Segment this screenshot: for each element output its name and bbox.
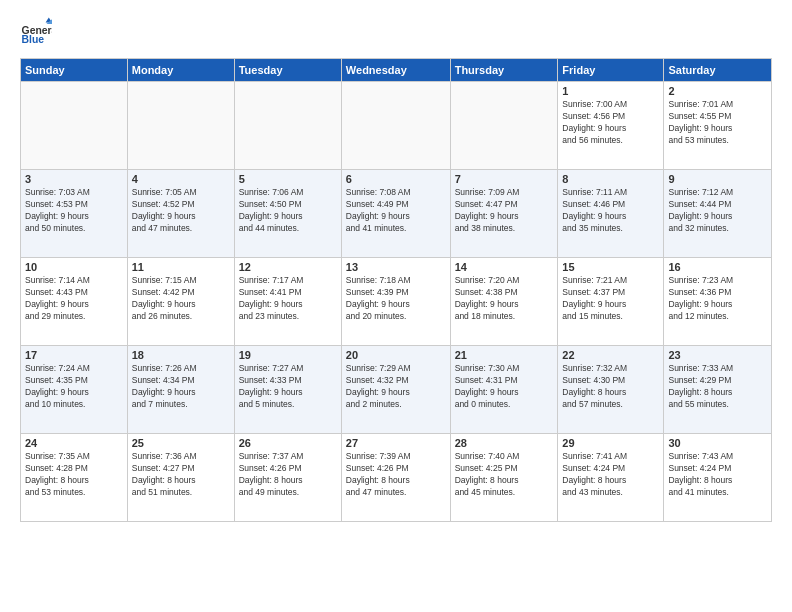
day-info: Sunrise: 7:11 AM Sunset: 4:46 PM Dayligh… [562, 187, 659, 235]
calendar-day-cell: 26Sunrise: 7:37 AM Sunset: 4:26 PM Dayli… [234, 434, 341, 522]
calendar-day-cell: 4Sunrise: 7:05 AM Sunset: 4:52 PM Daylig… [127, 170, 234, 258]
calendar-day-cell: 1Sunrise: 7:00 AM Sunset: 4:56 PM Daylig… [558, 82, 664, 170]
day-number: 1 [562, 85, 659, 97]
day-number: 28 [455, 437, 554, 449]
day-info: Sunrise: 7:09 AM Sunset: 4:47 PM Dayligh… [455, 187, 554, 235]
calendar-day-cell: 7Sunrise: 7:09 AM Sunset: 4:47 PM Daylig… [450, 170, 558, 258]
day-info: Sunrise: 7:37 AM Sunset: 4:26 PM Dayligh… [239, 451, 337, 499]
day-number: 24 [25, 437, 123, 449]
day-number: 26 [239, 437, 337, 449]
day-number: 11 [132, 261, 230, 273]
day-number: 30 [668, 437, 767, 449]
weekday-header: Wednesday [341, 59, 450, 82]
calendar-day-cell: 14Sunrise: 7:20 AM Sunset: 4:38 PM Dayli… [450, 258, 558, 346]
calendar-day-cell: 19Sunrise: 7:27 AM Sunset: 4:33 PM Dayli… [234, 346, 341, 434]
day-info: Sunrise: 7:24 AM Sunset: 4:35 PM Dayligh… [25, 363, 123, 411]
day-number: 17 [25, 349, 123, 361]
day-info: Sunrise: 7:29 AM Sunset: 4:32 PM Dayligh… [346, 363, 446, 411]
calendar-week-row: 17Sunrise: 7:24 AM Sunset: 4:35 PM Dayli… [21, 346, 772, 434]
day-info: Sunrise: 7:27 AM Sunset: 4:33 PM Dayligh… [239, 363, 337, 411]
calendar-day-cell: 29Sunrise: 7:41 AM Sunset: 4:24 PM Dayli… [558, 434, 664, 522]
day-info: Sunrise: 7:03 AM Sunset: 4:53 PM Dayligh… [25, 187, 123, 235]
calendar-table: SundayMondayTuesdayWednesdayThursdayFrid… [20, 58, 772, 522]
day-info: Sunrise: 7:23 AM Sunset: 4:36 PM Dayligh… [668, 275, 767, 323]
logo-icon: General Blue [20, 16, 52, 48]
day-number: 22 [562, 349, 659, 361]
calendar-day-cell [341, 82, 450, 170]
day-info: Sunrise: 7:18 AM Sunset: 4:39 PM Dayligh… [346, 275, 446, 323]
day-number: 19 [239, 349, 337, 361]
svg-text:Blue: Blue [22, 34, 45, 45]
day-number: 16 [668, 261, 767, 273]
calendar-day-cell [450, 82, 558, 170]
weekday-header: Thursday [450, 59, 558, 82]
calendar-day-cell: 6Sunrise: 7:08 AM Sunset: 4:49 PM Daylig… [341, 170, 450, 258]
weekday-header: Tuesday [234, 59, 341, 82]
day-number: 13 [346, 261, 446, 273]
calendar-day-cell: 8Sunrise: 7:11 AM Sunset: 4:46 PM Daylig… [558, 170, 664, 258]
calendar-day-cell: 5Sunrise: 7:06 AM Sunset: 4:50 PM Daylig… [234, 170, 341, 258]
calendar-day-cell: 9Sunrise: 7:12 AM Sunset: 4:44 PM Daylig… [664, 170, 772, 258]
calendar-week-row: 1Sunrise: 7:00 AM Sunset: 4:56 PM Daylig… [21, 82, 772, 170]
calendar-day-cell: 10Sunrise: 7:14 AM Sunset: 4:43 PM Dayli… [21, 258, 128, 346]
day-info: Sunrise: 7:01 AM Sunset: 4:55 PM Dayligh… [668, 99, 767, 147]
day-info: Sunrise: 7:05 AM Sunset: 4:52 PM Dayligh… [132, 187, 230, 235]
day-info: Sunrise: 7:15 AM Sunset: 4:42 PM Dayligh… [132, 275, 230, 323]
day-info: Sunrise: 7:14 AM Sunset: 4:43 PM Dayligh… [25, 275, 123, 323]
day-info: Sunrise: 7:06 AM Sunset: 4:50 PM Dayligh… [239, 187, 337, 235]
calendar-day-cell: 23Sunrise: 7:33 AM Sunset: 4:29 PM Dayli… [664, 346, 772, 434]
calendar-week-row: 3Sunrise: 7:03 AM Sunset: 4:53 PM Daylig… [21, 170, 772, 258]
calendar-day-cell: 27Sunrise: 7:39 AM Sunset: 4:26 PM Dayli… [341, 434, 450, 522]
calendar-day-cell: 13Sunrise: 7:18 AM Sunset: 4:39 PM Dayli… [341, 258, 450, 346]
calendar-day-cell: 11Sunrise: 7:15 AM Sunset: 4:42 PM Dayli… [127, 258, 234, 346]
weekday-header: Sunday [21, 59, 128, 82]
weekday-header: Friday [558, 59, 664, 82]
calendar-week-row: 24Sunrise: 7:35 AM Sunset: 4:28 PM Dayli… [21, 434, 772, 522]
calendar-day-cell: 21Sunrise: 7:30 AM Sunset: 4:31 PM Dayli… [450, 346, 558, 434]
day-number: 2 [668, 85, 767, 97]
calendar-day-cell: 17Sunrise: 7:24 AM Sunset: 4:35 PM Dayli… [21, 346, 128, 434]
calendar-day-cell: 16Sunrise: 7:23 AM Sunset: 4:36 PM Dayli… [664, 258, 772, 346]
day-number: 4 [132, 173, 230, 185]
day-info: Sunrise: 7:21 AM Sunset: 4:37 PM Dayligh… [562, 275, 659, 323]
day-number: 23 [668, 349, 767, 361]
day-number: 29 [562, 437, 659, 449]
day-info: Sunrise: 7:20 AM Sunset: 4:38 PM Dayligh… [455, 275, 554, 323]
logo: General Blue [20, 16, 52, 48]
calendar-day-cell: 12Sunrise: 7:17 AM Sunset: 4:41 PM Dayli… [234, 258, 341, 346]
day-number: 20 [346, 349, 446, 361]
calendar-week-row: 10Sunrise: 7:14 AM Sunset: 4:43 PM Dayli… [21, 258, 772, 346]
day-info: Sunrise: 7:40 AM Sunset: 4:25 PM Dayligh… [455, 451, 554, 499]
day-info: Sunrise: 7:26 AM Sunset: 4:34 PM Dayligh… [132, 363, 230, 411]
weekday-header: Monday [127, 59, 234, 82]
day-info: Sunrise: 7:30 AM Sunset: 4:31 PM Dayligh… [455, 363, 554, 411]
day-number: 27 [346, 437, 446, 449]
calendar-day-cell [21, 82, 128, 170]
day-number: 18 [132, 349, 230, 361]
day-info: Sunrise: 7:41 AM Sunset: 4:24 PM Dayligh… [562, 451, 659, 499]
calendar-day-cell [234, 82, 341, 170]
day-number: 5 [239, 173, 337, 185]
calendar-day-cell: 22Sunrise: 7:32 AM Sunset: 4:30 PM Dayli… [558, 346, 664, 434]
day-info: Sunrise: 7:35 AM Sunset: 4:28 PM Dayligh… [25, 451, 123, 499]
day-info: Sunrise: 7:08 AM Sunset: 4:49 PM Dayligh… [346, 187, 446, 235]
day-number: 25 [132, 437, 230, 449]
day-info: Sunrise: 7:36 AM Sunset: 4:27 PM Dayligh… [132, 451, 230, 499]
weekday-header: Saturday [664, 59, 772, 82]
day-number: 10 [25, 261, 123, 273]
day-number: 9 [668, 173, 767, 185]
day-info: Sunrise: 7:33 AM Sunset: 4:29 PM Dayligh… [668, 363, 767, 411]
day-number: 8 [562, 173, 659, 185]
day-info: Sunrise: 7:17 AM Sunset: 4:41 PM Dayligh… [239, 275, 337, 323]
calendar-header-row: SundayMondayTuesdayWednesdayThursdayFrid… [21, 59, 772, 82]
calendar-day-cell: 18Sunrise: 7:26 AM Sunset: 4:34 PM Dayli… [127, 346, 234, 434]
calendar-day-cell: 15Sunrise: 7:21 AM Sunset: 4:37 PM Dayli… [558, 258, 664, 346]
calendar-day-cell: 2Sunrise: 7:01 AM Sunset: 4:55 PM Daylig… [664, 82, 772, 170]
calendar-day-cell: 28Sunrise: 7:40 AM Sunset: 4:25 PM Dayli… [450, 434, 558, 522]
calendar-day-cell: 20Sunrise: 7:29 AM Sunset: 4:32 PM Dayli… [341, 346, 450, 434]
calendar-day-cell: 24Sunrise: 7:35 AM Sunset: 4:28 PM Dayli… [21, 434, 128, 522]
calendar-day-cell [127, 82, 234, 170]
day-info: Sunrise: 7:39 AM Sunset: 4:26 PM Dayligh… [346, 451, 446, 499]
day-number: 6 [346, 173, 446, 185]
day-info: Sunrise: 7:43 AM Sunset: 4:24 PM Dayligh… [668, 451, 767, 499]
